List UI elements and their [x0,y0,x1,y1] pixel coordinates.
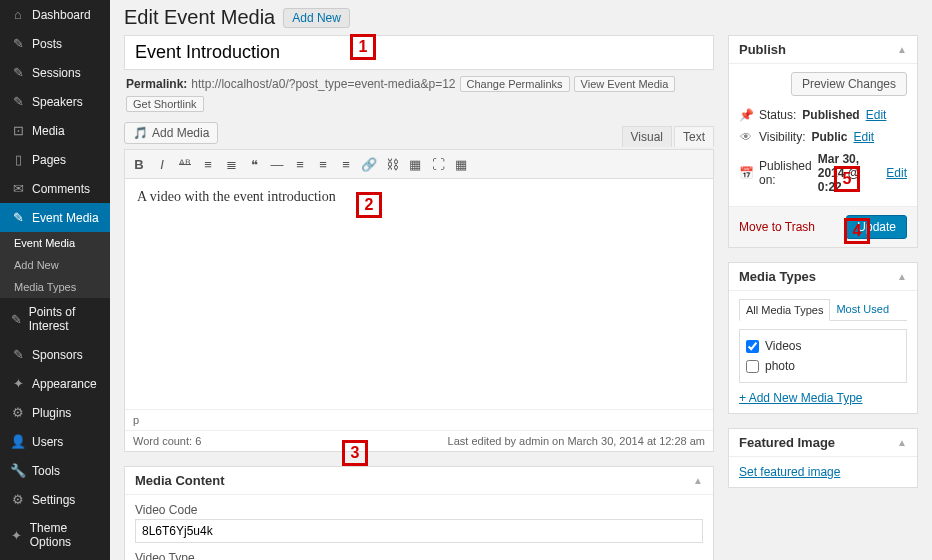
edit-visibility-link[interactable]: Edit [853,130,874,144]
sidebar-item-settings[interactable]: ⚙Settings [0,485,110,514]
permalink-url: http://localhost/a0/?post_type=event-med… [191,77,455,91]
publish-title: Publish [739,42,786,57]
sidebar-sub-event-media[interactable]: Event Media [0,232,110,254]
unlink-button[interactable]: ⛓ [382,154,402,174]
quote-button[interactable]: ❝ [244,154,264,174]
collapse-icon[interactable]: ▲ [897,271,907,282]
menu-icon: ⚙ [10,405,26,420]
featured-image-title: Featured Image [739,435,835,450]
add-media-button[interactable]: 🎵Add Media [124,122,218,144]
video-code-input[interactable] [135,519,703,543]
sidebar-item-users[interactable]: 👤Users [0,427,110,456]
set-featured-image-link[interactable]: Set featured image [739,465,840,479]
strike-button[interactable]: ᴬᴮ [175,154,195,174]
sidebar-item-plugins[interactable]: ⚙Plugins [0,398,110,427]
pin-icon: 📌 [739,108,753,122]
collapse-icon[interactable]: ▲ [897,437,907,448]
menu-icon: ✎ [10,65,26,80]
view-event-media-button[interactable]: View Event Media [574,76,676,92]
word-count: 6 [195,435,201,447]
italic-button[interactable]: I [152,154,172,174]
sidebar-item-points-of-interest[interactable]: ✎Points of Interest [0,298,110,340]
sidebar-item-event-media[interactable]: ✎Event Media [0,203,110,232]
ul-button[interactable]: ≡ [198,154,218,174]
tab-visual[interactable]: Visual [622,126,672,147]
menu-icon: ⚙ [10,492,26,507]
sidebar-item-tools[interactable]: 🔧Tools [0,456,110,485]
change-permalinks-button[interactable]: Change Permalinks [460,76,570,92]
fullscreen-button[interactable]: ⛶ [428,154,448,174]
menu-icon: ✎ [10,312,23,327]
move-to-trash-link[interactable]: Move to Trash [739,220,815,234]
more-button[interactable]: ▦ [405,154,425,174]
edit-status-link[interactable]: Edit [866,108,887,122]
eye-icon: 👁 [739,130,753,144]
tab-all-media-types[interactable]: All Media Types [739,299,830,321]
main-content: Edit Event Media Add New Permalink: http… [110,0,932,560]
menu-icon: ✎ [10,347,26,362]
get-shortlink-button[interactable]: Get Shortlink [126,96,204,112]
toolbar-toggle-button[interactable]: ▦ [451,154,471,174]
sidebar-sub-add-new[interactable]: Add New [0,254,110,276]
media-type-videos[interactable]: Videos [746,336,900,356]
tab-most-used[interactable]: Most Used [830,299,895,320]
menu-icon: ✎ [10,36,26,51]
sidebar-item-pages[interactable]: ▯Pages [0,145,110,174]
menu-icon: ⊡ [10,123,26,138]
add-new-media-type-link[interactable]: + Add New Media Type [739,391,863,405]
sidebar-item-comments[interactable]: ✉Comments [0,174,110,203]
preview-changes-button[interactable]: Preview Changes [791,72,907,96]
sidebar-item-theme-options[interactable]: ✦Theme Options [0,514,110,556]
admin-sidebar: ⌂Dashboard✎Posts✎Sessions✎Speakers⊡Media… [0,0,110,560]
menu-icon: ⌂ [10,7,26,22]
page-title: Edit Event Media [124,6,275,29]
align-right-button[interactable]: ≡ [336,154,356,174]
tab-text[interactable]: Text [674,126,714,147]
sidebar-item-appearance[interactable]: ✦Appearance [0,369,110,398]
sidebar-item-dashboard[interactable]: ⌂Dashboard [0,0,110,29]
menu-icon: ✉ [10,181,26,196]
menu-icon: ✎ [10,210,26,225]
editor-path: p [125,410,713,431]
update-button[interactable]: Update [846,215,907,239]
media-icon: 🎵 [133,126,148,140]
hr-button[interactable]: — [267,154,287,174]
link-button[interactable]: 🔗 [359,154,379,174]
last-edited: Last edited by admin on March 30, 2014 a… [448,435,705,447]
bold-button[interactable]: B [129,154,149,174]
align-center-button[interactable]: ≡ [313,154,333,174]
menu-icon: ✦ [10,376,26,391]
add-new-button[interactable]: Add New [283,8,350,28]
media-type-photo[interactable]: photo [746,356,900,376]
menu-icon: ▯ [10,152,26,167]
sidebar-item-collapse-menu[interactable]: ◐Collapse menu [0,556,110,560]
menu-icon: ✎ [10,94,26,109]
menu-icon: 👤 [10,434,26,449]
collapse-icon[interactable]: ▲ [897,44,907,55]
sidebar-item-sessions[interactable]: ✎Sessions [0,58,110,87]
menu-icon: 🔧 [10,463,26,478]
menu-icon: ✦ [10,528,24,543]
sidebar-item-posts[interactable]: ✎Posts [0,29,110,58]
sidebar-item-speakers[interactable]: ✎Speakers [0,87,110,116]
media-content-title: Media Content [135,473,225,488]
sidebar-sub-media-types[interactable]: Media Types [0,276,110,298]
edit-date-link[interactable]: Edit [886,166,907,180]
ol-button[interactable]: ≣ [221,154,241,174]
collapse-icon[interactable]: ▲ [693,475,703,486]
media-types-title: Media Types [739,269,816,284]
sidebar-item-sponsors[interactable]: ✎Sponsors [0,340,110,369]
align-left-button[interactable]: ≡ [290,154,310,174]
sidebar-item-media[interactable]: ⊡Media [0,116,110,145]
title-input[interactable] [124,35,714,70]
editor-toolbar: B I ᴬᴮ ≡ ≣ ❝ — ≡ ≡ ≡ 🔗 ⛓ ▦ ⛶ ▦ [125,150,713,179]
calendar-icon: 📅 [739,166,753,180]
permalink-row: Permalink: http://localhost/a0/?post_typ… [124,70,714,118]
editor-body[interactable]: A video with the event introduction [125,179,713,409]
